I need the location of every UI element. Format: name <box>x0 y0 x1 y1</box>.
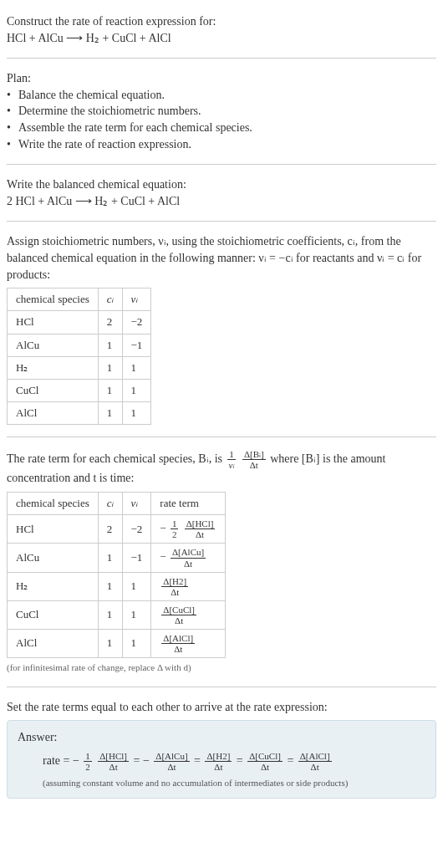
bullet-icon: • <box>7 103 15 120</box>
plan-item-text: Assemble the rate term for each chemical… <box>18 120 252 136</box>
cell-species: HCl <box>8 515 99 544</box>
table-row: H₂ 1 1 Δ[H2]Δt <box>8 572 226 600</box>
rate-frac: Δ[AlCl]Δt <box>298 751 332 772</box>
divider <box>7 58 436 59</box>
plan-item: •Determine the stoichiometric numbers. <box>7 103 436 120</box>
cell-v: 1 <box>122 629 151 657</box>
table-row: CuCl 1 1 Δ[CuCl]Δt <box>8 600 226 629</box>
bullet-icon: • <box>7 120 15 136</box>
rateterm-table: chemical species cᵢ νᵢ rate term HCl 2 −… <box>7 492 226 658</box>
cell-c: 2 <box>98 515 122 544</box>
stoich-table: chemical species cᵢ νᵢ HCl2−2 AlCu1−1 H₂… <box>7 288 151 425</box>
cell-rate: Δ[AlCl]Δt <box>151 629 226 657</box>
plan-item-text: Write the rate of reaction expression. <box>18 136 191 153</box>
cell-species: AlCu <box>8 544 99 572</box>
balanced-equation: 2 HCl + AlCu ⟶ H₂ + CuCl + AlCl <box>7 193 436 210</box>
rate-term: = <box>194 754 201 767</box>
cell-c: 1 <box>98 629 122 657</box>
table-header-row: chemical species cᵢ νᵢ <box>8 288 151 311</box>
stoich-section: Assign stoichiometric numbers, νᵢ, using… <box>7 227 436 431</box>
rate-expression: rate = − 12 Δ[HCl]Δt = − Δ[AlCu]Δt = Δ[H… <box>18 751 425 772</box>
divider <box>7 164 436 165</box>
cell-species: H₂ <box>8 572 99 600</box>
cell-species: HCl <box>8 311 99 334</box>
cell-species: H₂ <box>8 356 99 379</box>
answer-label: Answer: <box>18 729 425 746</box>
answer-box: Answer: rate = − 12 Δ[HCl]Δt = − Δ[AlCu]… <box>7 720 436 799</box>
plan-item-text: Balance the chemical equation. <box>18 87 165 104</box>
plan-heading: Plan: <box>7 70 436 87</box>
rateterm-intro-prefix: The rate term for each chemical species,… <box>7 452 226 465</box>
rt-coef-frac: 12 <box>171 518 179 539</box>
cell-species: AlCu <box>8 334 99 356</box>
divider <box>7 221 436 222</box>
rt-frac: Δ[HCl]Δt <box>185 518 216 539</box>
cell-v: −1 <box>122 544 151 572</box>
frac-num: 1 <box>227 449 236 460</box>
table-row: HCl2−2 <box>8 311 151 334</box>
unbalanced-equation: HCl + AlCu ⟶ H₂ + CuCl + AlCl <box>7 30 436 47</box>
col-c: cᵢ <box>98 493 122 515</box>
cell-rate: Δ[H2]Δt <box>151 572 226 600</box>
final-section: Set the rate terms equal to each other t… <box>7 692 436 806</box>
cell-v: 1 <box>122 572 151 600</box>
col-species: chemical species <box>8 288 99 311</box>
bullet-icon: • <box>7 87 15 104</box>
table-row: CuCl11 <box>8 379 151 401</box>
cell-c: 2 <box>98 311 122 334</box>
table-row: AlCu 1 −1 − Δ[AlCu]Δt <box>8 544 226 572</box>
table-header-row: chemical species cᵢ νᵢ rate term <box>8 493 226 515</box>
cell-rate: Δ[CuCl]Δt <box>151 600 226 629</box>
balanced-section: Write the balanced chemical equation: 2 … <box>7 170 436 216</box>
cell-c: 1 <box>98 402 122 425</box>
rate-coef-frac: 12 <box>84 751 92 772</box>
col-v: νᵢ <box>122 493 151 515</box>
cell-v: 1 <box>122 402 151 425</box>
cell-v: 1 <box>122 379 151 401</box>
problem-title: Construct the rate of reaction expressio… <box>7 13 436 30</box>
col-c: cᵢ <box>98 288 122 311</box>
cell-c: 1 <box>98 600 122 629</box>
cell-species: CuCl <box>8 379 99 401</box>
rt-frac: Δ[AlCl]Δt <box>161 633 195 654</box>
rt-prefix: − <box>160 550 165 563</box>
rate-frac: Δ[AlCu]Δt <box>154 751 189 772</box>
rt-frac: Δ[AlCu]Δt <box>171 547 206 568</box>
col-species: chemical species <box>8 493 99 515</box>
plan-item: •Write the rate of reaction expression. <box>7 136 436 153</box>
table-row: H₂11 <box>8 356 151 379</box>
frac-num: Δ[Bᵢ] <box>242 449 266 460</box>
cell-v: −1 <box>122 334 151 356</box>
bullet-icon: • <box>7 136 15 153</box>
cell-v: −2 <box>122 515 151 544</box>
col-rate: rate term <box>151 493 226 515</box>
plan-section: Plan: •Balance the chemical equation. •D… <box>7 64 436 159</box>
rateterm-outer-frac: 1 νᵢ <box>227 449 237 470</box>
answer-assumption: (assuming constant volume and no accumul… <box>18 777 425 789</box>
rateterm-section: The rate term for each chemical species,… <box>7 442 436 681</box>
cell-c: 1 <box>98 572 122 600</box>
col-v: νᵢ <box>122 288 151 311</box>
frac-den: Δt <box>248 460 260 470</box>
rt-frac: Δ[CuCl]Δt <box>161 605 196 625</box>
rate-frac: Δ[H2]Δt <box>205 751 232 772</box>
plan-item: •Assemble the rate term for each chemica… <box>7 120 436 136</box>
rate-term: − <box>73 754 79 767</box>
table-row: AlCu1−1 <box>8 334 151 356</box>
divider <box>7 687 436 687</box>
cell-rate: − Δ[AlCu]Δt <box>151 544 226 572</box>
table-row: HCl 2 −2 − 12 Δ[HCl]Δt <box>8 515 226 544</box>
plan-list: •Balance the chemical equation. •Determi… <box>7 87 436 152</box>
rt-frac: Δ[H2]Δt <box>161 576 188 597</box>
balanced-heading: Write the balanced chemical equation: <box>7 176 436 193</box>
cell-c: 1 <box>98 544 122 572</box>
frac-den: νᵢ <box>227 460 237 470</box>
cell-v: 1 <box>122 356 151 379</box>
stoich-intro: Assign stoichiometric numbers, νᵢ, using… <box>7 233 436 283</box>
table-row: AlCl 1 1 Δ[AlCl]Δt <box>8 629 226 657</box>
rate-term: = <box>287 754 293 767</box>
cell-v: 1 <box>122 600 151 629</box>
plan-item: •Balance the chemical equation. <box>7 87 436 104</box>
divider <box>7 437 436 437</box>
rate-frac: Δ[CuCl]Δt <box>247 751 283 772</box>
